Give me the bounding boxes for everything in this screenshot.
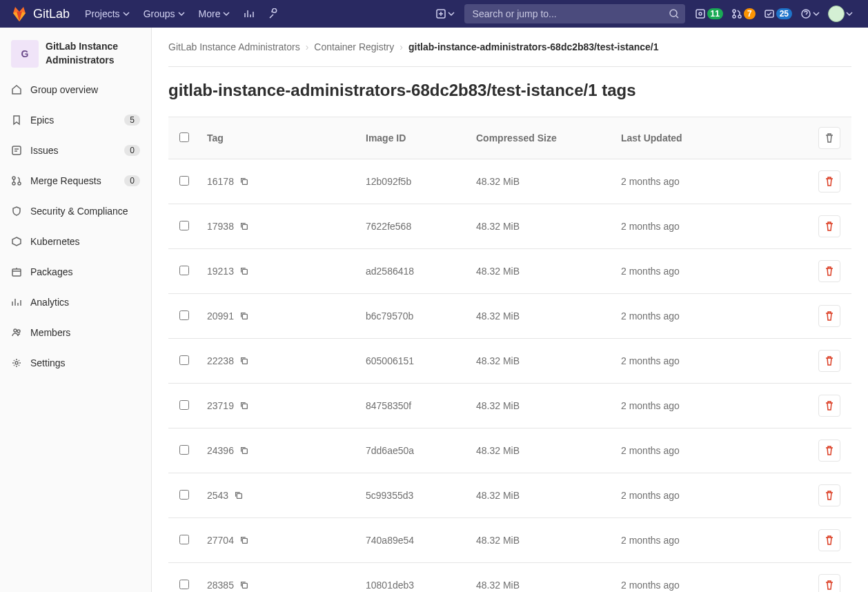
tag-name: 28385 xyxy=(207,580,234,591)
header-mr-button[interactable]: 7 xyxy=(727,8,760,19)
svg-point-15 xyxy=(14,329,17,332)
table-row: 179387622fe56848.32 MiB2 months ago xyxy=(168,204,851,249)
row-checkbox[interactable] xyxy=(179,490,189,500)
header-help-button[interactable] xyxy=(796,8,824,19)
breadcrumb-group[interactable]: GitLab Instance Administrators xyxy=(168,41,300,52)
copy-tag-icon[interactable] xyxy=(239,580,249,590)
svg-rect-24 xyxy=(242,448,247,453)
image-id: 10801deb3 xyxy=(366,580,476,591)
chevron-down-icon xyxy=(846,10,853,17)
copy-tag-icon[interactable] xyxy=(234,491,244,500)
compressed-size: 48.32 MiB xyxy=(476,221,621,232)
sidebar-item-packages[interactable]: Packages xyxy=(0,257,151,287)
compressed-size: 48.32 MiB xyxy=(476,445,621,456)
row-checkbox[interactable] xyxy=(179,310,189,320)
row-checkbox[interactable] xyxy=(179,266,189,275)
user-menu-button[interactable] xyxy=(824,6,857,22)
compressed-size: 48.32 MiB xyxy=(476,490,621,501)
last-updated: 2 months ago xyxy=(621,355,806,366)
row-checkbox[interactable] xyxy=(179,535,189,544)
mr-badge: 7 xyxy=(744,8,756,19)
top-header: GitLab Projects Groups More 11 7 25 xyxy=(0,0,868,28)
copy-tag-icon[interactable] xyxy=(239,535,249,545)
sidebar-item-merge-requests[interactable]: Merge Requests0 xyxy=(0,166,151,196)
search-container xyxy=(464,4,685,23)
header-todos-button[interactable]: 25 xyxy=(760,8,796,19)
col-header-image: Image ID xyxy=(366,132,476,144)
sidebar-item-epics[interactable]: Epics5 xyxy=(0,105,151,135)
bulk-delete-button[interactable] xyxy=(818,127,840,149)
sidebar-item-label: Analytics xyxy=(30,297,140,308)
delete-tag-button[interactable] xyxy=(818,395,840,417)
delete-tag-button[interactable] xyxy=(818,529,840,551)
todos-badge: 25 xyxy=(776,8,792,19)
gitlab-logo-icon[interactable] xyxy=(11,6,28,22)
header-issues-button[interactable]: 11 xyxy=(691,8,727,19)
sidebar-group-header[interactable]: G GitLab Instance Administrators xyxy=(0,33,151,75)
sidebar-item-kubernetes[interactable]: Kubernetes xyxy=(0,226,151,257)
sidebar-item-label: Merge Requests xyxy=(30,175,116,186)
row-checkbox[interactable] xyxy=(179,176,189,186)
nav-more[interactable]: More xyxy=(192,8,237,19)
copy-tag-icon[interactable] xyxy=(239,221,249,231)
nav-groups[interactable]: Groups xyxy=(137,8,192,19)
delete-tag-button[interactable] xyxy=(818,170,840,193)
group-name: GitLab Instance Administrators xyxy=(46,40,140,67)
delete-tag-button[interactable] xyxy=(818,260,840,282)
table-row: 2838510801deb348.32 MiB2 months ago xyxy=(168,563,851,592)
svg-rect-23 xyxy=(242,404,247,408)
copy-tag-icon[interactable] xyxy=(239,401,249,411)
sidebar-item-group-overview[interactable]: Group overview xyxy=(0,75,151,105)
svg-rect-9 xyxy=(12,146,21,155)
delete-tag-button[interactable] xyxy=(818,574,840,592)
delete-tag-button[interactable] xyxy=(818,350,840,372)
brand-name[interactable]: GitLab xyxy=(33,7,70,21)
nav-activity-icon[interactable] xyxy=(237,8,262,19)
select-all-checkbox[interactable] xyxy=(179,132,189,142)
new-menu-button[interactable] xyxy=(431,8,459,19)
delete-tag-button[interactable] xyxy=(818,305,840,327)
sidebar-item-settings[interactable]: Settings xyxy=(0,348,151,378)
copy-tag-icon[interactable] xyxy=(239,311,249,321)
breadcrumb-sep: › xyxy=(400,41,403,52)
sidebar-item-members[interactable]: Members xyxy=(0,317,151,348)
delete-tag-button[interactable] xyxy=(818,215,840,237)
svg-point-16 xyxy=(17,330,20,333)
search-icon[interactable] xyxy=(669,8,680,19)
search-input[interactable] xyxy=(464,4,685,23)
table-row: 2371984758350f48.32 MiB2 months ago xyxy=(168,384,851,428)
row-checkbox[interactable] xyxy=(179,580,189,589)
row-checkbox[interactable] xyxy=(179,400,189,410)
copy-tag-icon[interactable] xyxy=(239,177,249,186)
breadcrumb-registry[interactable]: Container Registry xyxy=(314,41,394,52)
row-checkbox[interactable] xyxy=(179,355,189,365)
table-row: 243967dd6ae50a48.32 MiB2 months ago xyxy=(168,428,851,473)
compressed-size: 48.32 MiB xyxy=(476,580,621,591)
svg-rect-14 xyxy=(12,269,21,276)
copy-tag-icon[interactable] xyxy=(239,446,249,455)
row-checkbox[interactable] xyxy=(179,445,189,455)
last-updated: 2 months ago xyxy=(621,400,806,411)
image-id: 7622fe568 xyxy=(366,221,476,232)
sidebar: G GitLab Instance Administrators Group o… xyxy=(0,28,152,592)
sidebar-item-issues[interactable]: Issues0 xyxy=(0,135,151,166)
copy-tag-icon[interactable] xyxy=(239,356,249,366)
sidebar-item-security-compliance[interactable]: Security & Compliance xyxy=(0,196,151,226)
sidebar-item-label: Issues xyxy=(30,145,116,156)
image-id: ad2586418 xyxy=(366,266,476,277)
last-updated: 2 months ago xyxy=(621,490,806,501)
delete-tag-button[interactable] xyxy=(818,484,840,506)
last-updated: 2 months ago xyxy=(621,266,806,277)
nav-groups-label: Groups xyxy=(144,8,175,19)
copy-tag-icon[interactable] xyxy=(239,266,249,276)
nav-wrench-icon[interactable] xyxy=(262,8,286,19)
delete-tag-button[interactable] xyxy=(818,440,840,462)
chevron-down-icon xyxy=(813,10,820,17)
tag-name: 22238 xyxy=(207,355,234,366)
nav-projects[interactable]: Projects xyxy=(78,8,137,19)
row-checkbox[interactable] xyxy=(179,221,189,230)
svg-rect-26 xyxy=(242,538,247,543)
members-icon xyxy=(11,327,22,338)
chart-icon xyxy=(11,297,22,308)
sidebar-item-analytics[interactable]: Analytics xyxy=(0,287,151,317)
